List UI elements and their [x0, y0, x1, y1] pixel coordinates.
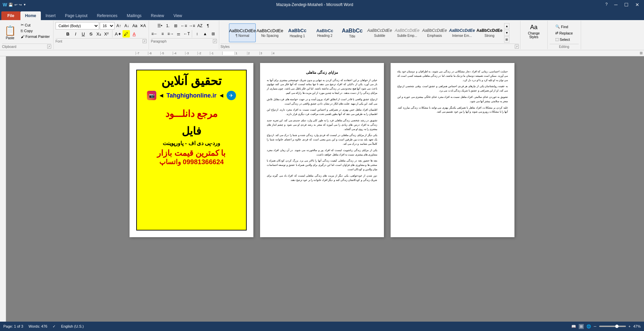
page2-para-4: تشویق در رشد شخصی زندگی متاهلی فرد را به…: [267, 119, 377, 131]
page2-para-3: اطمینان افراد متاهل حس بهتری در همراهی و…: [267, 108, 377, 117]
undo-icon[interactable]: ↩: [14, 3, 17, 7]
sort-button[interactable]: AZ: [196, 22, 204, 29]
shrink-font-button[interactable]: A↓: [123, 22, 131, 29]
format-painter-button[interactable]: 🖌 Format Painter: [19, 34, 51, 39]
style-scroll-down[interactable]: ▼: [504, 30, 509, 36]
bullets-button[interactable]: ☰•: [156, 22, 163, 29]
redo-icon[interactable]: ↪: [19, 3, 22, 7]
grow-font-button[interactable]: A↑: [115, 22, 123, 29]
select-button[interactable]: ⬚ Select: [554, 37, 574, 42]
style-no-spacing[interactable]: AaBbCcDdEe No Spacing: [256, 23, 283, 42]
style-strong-preview: AaBbCcDdEe: [477, 28, 502, 33]
zoom-thumb: [615, 325, 619, 328]
poster-file-label: فایل: [182, 125, 201, 137]
style-normal-label: ¶ Normal: [236, 34, 249, 38]
clear-formatting-button[interactable]: ✕A: [139, 22, 147, 29]
help-icon[interactable]: ?: [603, 1, 610, 8]
tab-page-layout[interactable]: Page Layout: [60, 11, 92, 20]
increase-indent-button[interactable]: →≡: [188, 22, 195, 29]
web-layout-icon[interactable]: 🌐: [586, 324, 591, 329]
style-emphasis[interactable]: AaBbCcDdEe Emphasis: [421, 23, 448, 42]
multilevel-list-button[interactable]: ⊞: [172, 22, 179, 29]
maximize-button[interactable]: ☐: [622, 1, 631, 8]
numbering-button[interactable]: 1.: [164, 22, 171, 29]
underline-button[interactable]: U: [80, 30, 87, 38]
zoom-out-button[interactable]: ─: [594, 324, 596, 328]
clipboard-launcher[interactable]: ↗: [47, 45, 51, 49]
zoom-level[interactable]: 47%: [633, 324, 641, 328]
style-heading1[interactable]: AaBbCc Heading 1: [284, 23, 311, 42]
minimize-button[interactable]: ─: [612, 1, 620, 8]
style-subtle-emphasis[interactable]: AaBbCcDdEe Subtle Emp...: [394, 23, 420, 42]
replace-button[interactable]: ⇄ Replace: [554, 30, 574, 36]
zoom-slider[interactable]: [599, 326, 626, 327]
text-highlight-button[interactable]: 🖊: [123, 30, 130, 38]
superscript-button[interactable]: X²: [103, 30, 110, 38]
close-button[interactable]: ✕: [633, 1, 641, 8]
font-color-button[interactable]: A: [131, 30, 138, 38]
tab-home[interactable]: Home: [20, 11, 41, 20]
cut-button[interactable]: ✂ Cut: [19, 22, 51, 28]
quick-save-icon[interactable]: 💾: [8, 3, 13, 7]
show-formatting-button[interactable]: ¶: [204, 22, 212, 29]
justify-button[interactable]: ⚌: [175, 30, 182, 38]
document-area: تحقیق آنلاین 📷 ◄ Tahghighonline.ir ◄ ✈ م…: [0, 56, 644, 322]
style-title[interactable]: AaBbCc Title: [339, 23, 366, 42]
copy-button[interactable]: ⎘ Copy: [19, 28, 51, 34]
tab-references[interactable]: References: [92, 11, 122, 20]
read-mode-icon[interactable]: 📖: [571, 324, 576, 329]
style-subtitle-preview: AaBbCcDdEe: [367, 28, 392, 33]
change-case-button[interactable]: Aa: [131, 22, 139, 29]
find-icon: 🔍: [555, 24, 560, 29]
borders-button[interactable]: ⊞: [210, 30, 217, 38]
change-styles-icon: Aa: [530, 24, 538, 31]
tab-view[interactable]: View: [169, 11, 187, 20]
tab-file[interactable]: File: [1, 11, 20, 20]
style-more[interactable]: ⊞: [504, 37, 509, 43]
align-left-button[interactable]: ≡←: [151, 30, 158, 38]
style-subtitle[interactable]: AaBbCcDdEe Subtitle: [366, 23, 393, 42]
change-styles-button[interactable]: Aa Change Styles: [523, 22, 545, 41]
italic-button[interactable]: I: [72, 30, 79, 38]
telegram-icon: ✈: [227, 91, 236, 100]
dropdown-arrow[interactable]: ▼: [23, 3, 26, 6]
text-effects-button[interactable]: A✦: [114, 30, 122, 38]
paragraph-launcher[interactable]: ↗: [213, 39, 217, 43]
rtl-text-button[interactable]: ←T: [183, 30, 190, 38]
tab-mailings[interactable]: Mailings: [122, 11, 146, 20]
spell-check-icon[interactable]: ✓: [53, 324, 56, 329]
style-strong[interactable]: AaBbCcDdEe Strong: [476, 23, 503, 42]
style-scroll-up[interactable]: ▲: [504, 23, 509, 29]
font-size-selector[interactable]: 16: [100, 22, 114, 29]
style-normal[interactable]: AaBbCcDdEe ¶ Normal: [229, 23, 256, 42]
style-intense-emphasis[interactable]: AaBbCcDdEe Intense Em...: [449, 23, 475, 42]
font-launcher[interactable]: ↗: [143, 39, 147, 43]
font-name-selector[interactable]: Calibri (Body): [56, 22, 99, 29]
paste-button[interactable]: 📋 Paste: [2, 22, 18, 44]
zoom-in-button[interactable]: +: [629, 324, 631, 328]
arrow-icon: ◄: [158, 92, 164, 99]
print-layout-icon[interactable]: ⊞: [579, 324, 584, 329]
style-subtitle-label: Subtitle: [374, 34, 385, 38]
bold-button[interactable]: B: [64, 30, 72, 38]
line-spacing-button[interactable]: ↕: [193, 30, 201, 38]
arrow2-icon: ◄: [219, 92, 225, 99]
page2-para-7: بچه ها حضور بچه در زندگی متاهلی کیفیت زن…: [267, 159, 377, 172]
language-indicator[interactable]: English (U.S.): [61, 324, 84, 328]
subscript-button[interactable]: X₂: [95, 30, 102, 38]
view-ruler-button[interactable]: ⊞: [640, 51, 643, 55]
styles-launcher[interactable]: ↗: [515, 45, 519, 49]
style-heading2[interactable]: AaBbCc Heading 2: [311, 23, 338, 42]
tab-insert[interactable]: Insert: [41, 11, 60, 20]
find-button[interactable]: 🔍 Find: [554, 24, 574, 29]
paste-label: Paste: [6, 36, 14, 40]
shading-button[interactable]: ▲: [202, 30, 209, 38]
strikethrough-button[interactable]: S: [87, 30, 95, 38]
page-info: Page: 1 of 3: [3, 324, 23, 328]
font-label-row: Font ↗: [56, 38, 147, 43]
app-icon: W: [3, 2, 7, 7]
align-right-button[interactable]: ≡→: [167, 30, 174, 38]
decrease-indent-button[interactable]: ←≡: [180, 22, 187, 29]
tab-review[interactable]: Review: [146, 11, 169, 20]
align-center-button[interactable]: ≡: [159, 30, 166, 38]
